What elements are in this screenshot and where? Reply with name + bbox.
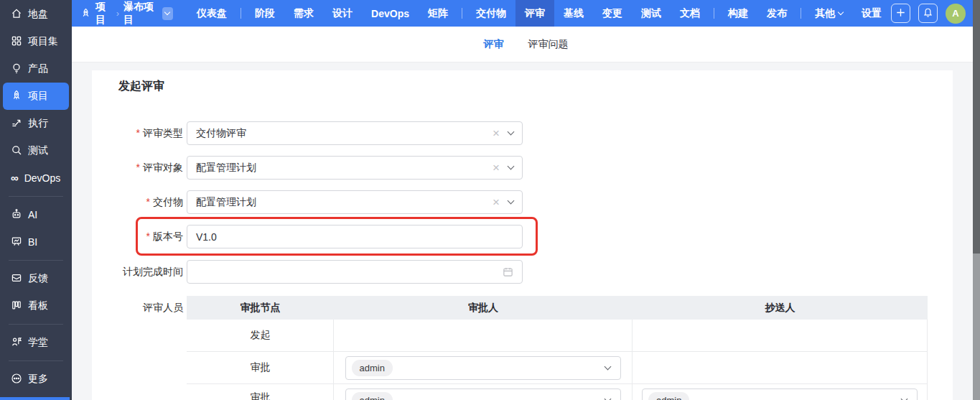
sidebar-item-label: BI — [28, 236, 37, 248]
create-review-form: 发起评审 *评审类型 交付物评审 × *评审对象 配置管理计划 × *交付物 配… — [92, 70, 953, 400]
chevron-down-icon — [164, 9, 170, 15]
approver-select[interactable]: admin — [345, 389, 621, 400]
sidebar-item-testing[interactable]: 测试 — [3, 137, 69, 164]
clear-icon[interactable]: × — [493, 162, 500, 174]
calendar-icon — [503, 266, 513, 277]
nav-item-matrix[interactable]: 矩阵 — [419, 0, 457, 27]
tab-review-issues[interactable]: 评审问题 — [528, 38, 569, 51]
nav-item-test[interactable]: 测试 — [632, 0, 671, 27]
sidebar-item-label: 看板 — [28, 299, 48, 312]
notifications-button[interactable] — [918, 4, 938, 23]
field-label-review-object: *评审对象 — [92, 156, 183, 180]
nav-item-settings[interactable]: 设置 — [852, 0, 891, 27]
create-button[interactable] — [891, 4, 910, 23]
user-tag: admin — [352, 360, 393, 376]
node-label: 审批 — [251, 361, 271, 374]
nav-divider — [462, 8, 462, 19]
navbar-actions: A — [891, 4, 976, 24]
review-type-select[interactable]: 交付物评审 × — [187, 121, 523, 145]
sidebar-item-label: 地盘 — [28, 8, 48, 21]
nav-item-dashboard[interactable]: 仪表盘 — [187, 0, 236, 27]
nav-item-release[interactable]: 发布 — [757, 0, 796, 27]
reviewers-table: 审批节点 审批人 抄送人 发起 审批 admin 审 — [187, 296, 928, 400]
table-row-approve-1: 审批 admin — [187, 352, 928, 384]
approver-cell — [334, 320, 633, 351]
cc-select[interactable]: admin — [642, 389, 918, 400]
run-icon — [11, 117, 22, 131]
node-label: 发起 — [251, 329, 271, 342]
chevron-down-icon — [508, 197, 515, 205]
plus-icon — [895, 7, 906, 20]
deliverable-select[interactable]: 配置管理计划 × — [187, 190, 523, 214]
sidebar-divider — [9, 260, 63, 261]
review-object-value: 配置管理计划 — [196, 162, 493, 175]
cc-cell — [633, 352, 928, 383]
rocket-icon — [11, 90, 22, 103]
approver-select[interactable]: admin — [345, 356, 621, 380]
field-label-version: *版本号 — [92, 225, 183, 248]
sidebar-item-label: 测试 — [28, 144, 48, 157]
nav-item-design[interactable]: 设计 — [323, 0, 362, 27]
nav-item-change[interactable]: 变更 — [593, 0, 632, 27]
sidebar-item-label: AI — [28, 209, 37, 220]
sidebar-item-label: 产品 — [28, 62, 48, 75]
clear-icon[interactable]: × — [493, 196, 500, 208]
nav-item-baseline[interactable]: 基线 — [554, 0, 593, 27]
sidebar-item-more[interactable]: 更多 — [3, 366, 69, 393]
nav-item-devops[interactable]: DevOps — [362, 0, 419, 27]
sidebar-item-label: 更多 — [28, 373, 48, 386]
rocket-icon — [80, 8, 91, 19]
chevron-down-icon — [508, 163, 515, 170]
tab-review[interactable]: 评审 — [484, 38, 504, 51]
nav-item-stage[interactable]: 阶段 — [246, 0, 284, 27]
nav-divider — [241, 8, 241, 19]
chevron-down-icon — [604, 363, 611, 370]
cc-cell — [633, 320, 928, 351]
presentation-icon — [11, 236, 22, 249]
nav-item-doc[interactable]: 文档 — [671, 0, 709, 27]
sidebar-item-dashboard[interactable]: 地盘 — [3, 1, 69, 28]
sidebar-item-label: 学堂 — [28, 336, 48, 349]
sidebar-item-bi[interactable]: BI — [3, 228, 69, 256]
sidebar-item-feedback[interactable]: 反馈 — [3, 265, 69, 292]
sidebar-item-label: 反馈 — [28, 272, 48, 285]
sidebar-item-devops[interactable]: ∞ DevOps — [3, 164, 69, 192]
vertical-scrollbar[interactable] — [973, 0, 980, 400]
review-object-select[interactable]: 配置管理计划 × — [187, 156, 523, 180]
sidebar-item-kanban[interactable]: 看板 — [3, 292, 69, 320]
node-label: 审批 — [251, 384, 271, 400]
nav-item-deliverable[interactable]: 交付物 — [467, 0, 515, 27]
breadcrumb-project[interactable]: 瀑布项目 — [123, 1, 157, 27]
version-input[interactable]: V1.0 — [187, 225, 523, 248]
sidebar-item-program[interactable]: 项目集 — [3, 28, 69, 55]
nav-item-story[interactable]: 需求 — [284, 0, 323, 27]
sidebar-item-label: DevOps — [24, 172, 61, 184]
sidebar-item-ai[interactable]: AI — [3, 201, 69, 228]
secondary-tabbar: 评审 评审问题 — [72, 27, 980, 62]
scrollbar-thumb[interactable] — [973, 0, 980, 254]
sidebar-item-product[interactable]: 产品 — [3, 55, 69, 83]
sidebar-item-execution[interactable]: 执行 — [3, 110, 69, 137]
nav-item-build[interactable]: 构建 — [719, 0, 757, 27]
field-label-reviewers: 评审人员 — [92, 296, 183, 320]
field-label-review-type: *评审类型 — [92, 121, 183, 145]
infinity-icon: ∞ — [11, 172, 19, 184]
nav-item-other[interactable]: 其他 — [806, 0, 852, 27]
user-avatar[interactable]: A — [946, 4, 966, 24]
sidebar-item-label: 项目集 — [28, 35, 58, 48]
breadcrumb-app[interactable]: 项目 — [95, 1, 112, 27]
deliverable-value: 配置管理计划 — [196, 196, 493, 209]
plan-finish-date-input[interactable] — [187, 260, 523, 284]
ellipsis-circle-icon — [11, 373, 22, 386]
clear-icon[interactable]: × — [493, 127, 500, 139]
breadcrumb: 项目 › 瀑布项目 — [80, 1, 173, 27]
main-content: 发起评审 *评审类型 交付物评审 × *评审对象 配置管理计划 × *交付物 配… — [72, 62, 980, 400]
chevron-down-icon — [901, 396, 908, 400]
kanban-icon — [11, 299, 22, 313]
sidebar-item-project[interactable]: 项目 — [3, 83, 69, 110]
sidebar-item-academy[interactable]: 学堂 — [3, 329, 69, 356]
nav-item-review[interactable]: 评审 — [515, 0, 554, 27]
project-switch-button[interactable] — [162, 7, 173, 20]
field-label-plan-finish: 计划完成时间 — [92, 260, 183, 284]
chevron-down-icon — [508, 129, 515, 136]
